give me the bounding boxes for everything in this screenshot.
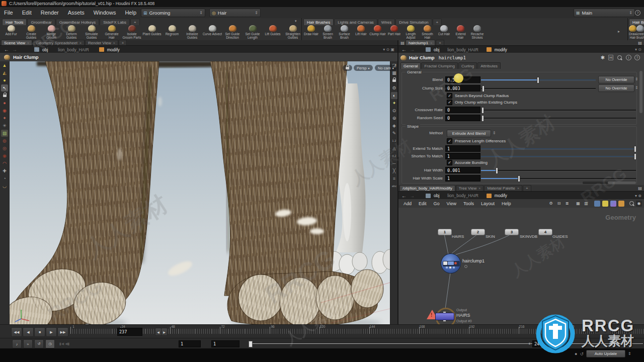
accurate-bundling-checkbox[interactable]: ✓ Accurate Bundling — [447, 160, 488, 165]
path-node[interactable]: modify — [107, 47, 120, 52]
desktop-dropdown[interactable]: ▦ Main ⇕ — [574, 9, 635, 17]
hair-width-scale-field[interactable]: 1 — [445, 175, 480, 182]
path-node[interactable]: modify — [495, 47, 507, 52]
settings-gear-icon[interactable]: ⚙ — [391, 84, 398, 92]
search-beyond-checkbox[interactable]: ✓ Search Beyond Clump Radius — [447, 93, 509, 99]
range-slider-handle[interactable] — [249, 341, 253, 347]
undo-playback-icon[interactable]: ↺ — [34, 339, 44, 348]
tool-regroom[interactable]: Regroom — [162, 25, 182, 40]
net-sticky-icon[interactable] — [602, 201, 608, 207]
nav-back-icon[interactable]: ← — [401, 193, 407, 199]
only-clump-checkbox[interactable]: ✓ Only Clump within Existing Clumps — [447, 100, 517, 105]
realtime-toggle-icon[interactable]: ◷ — [45, 339, 55, 348]
net-grid-icon[interactable]: ▦ — [575, 201, 581, 207]
output-node[interactable] — [435, 313, 454, 320]
radial-menu-dropdown[interactable]: ◎ Hair ⇕ — [209, 9, 261, 17]
param-tab-general[interactable]: General — [400, 62, 421, 69]
tool-surface-brush[interactable]: Surface Brush — [336, 25, 353, 40]
pathbar-pin-icon[interactable]: ▾ ⊙ — [635, 47, 641, 52]
tool-screen-brush[interactable]: Screen Brush — [319, 25, 336, 40]
param-tab-attributes[interactable]: Attributes — [477, 62, 501, 69]
pane-menu-icon[interactable]: ▤ — [637, 185, 643, 191]
menu-help[interactable]: Help — [125, 10, 136, 16]
history-brush-icon[interactable]: ◔ — [1, 175, 8, 182]
wire-toggle-icon[interactable]: ╳ — [391, 167, 398, 174]
menu-edit[interactable]: Edit — [22, 10, 32, 16]
tool-set-guide-direction[interactable]: Set Guide Direction — [222, 25, 243, 40]
param-hscrollbar[interactable] — [583, 182, 636, 184]
shelf-tab-hair-tools[interactable]: Hair Tools — [2, 19, 27, 25]
lock-tool-icon[interactable] — [1, 92, 8, 99]
tool-add-fur[interactable]: Add Fur — [1, 25, 21, 40]
input-anchor-1[interactable]: 1 — [438, 229, 452, 235]
param-vscrollbar[interactable] — [639, 71, 642, 113]
normals-icon[interactable]: ◬ — [391, 145, 398, 152]
nav-forward-icon[interactable]: → — [410, 47, 415, 52]
viewport-canvas[interactable] — [9, 61, 390, 324]
input-anchor-2[interactable]: 2 — [471, 229, 485, 235]
shelf-tab-add[interactable]: + — [130, 19, 140, 25]
shelf-tab-add-2[interactable]: + — [433, 19, 442, 25]
crossover-field[interactable]: 0 — [445, 107, 480, 113]
grid-toggle-icon[interactable]: ─ — [391, 160, 398, 167]
path-obj[interactable]: obj — [42, 47, 48, 52]
range-start-field[interactable]: 1 — [179, 340, 201, 347]
tool-lift-guides[interactable]: Lift Guides — [263, 25, 283, 40]
select-tool-icon[interactable]: ↖ — [1, 84, 8, 92]
shelf-overflow-caret[interactable]: ▾ — [295, 19, 297, 23]
shelf-tab-groombear[interactable]: GroomBear — [27, 19, 55, 25]
tool-set-guide-length[interactable]: Set Guide Length — [243, 25, 263, 40]
scrub-toggle-icon[interactable]: ≈ — [23, 339, 33, 348]
help-icon[interactable]: ? — [634, 55, 640, 60]
crossover-slider[interactable] — [481, 110, 636, 111]
camera-pill[interactable]: No cam▾ — [375, 65, 397, 71]
projection-pill[interactable]: Persp▾ — [354, 65, 373, 71]
lift-brush-icon[interactable]: ◠ — [1, 160, 8, 167]
hairclump1-node[interactable] — [441, 253, 461, 274]
blend-override-dropdown[interactable]: No Override — [598, 76, 634, 83]
tool-simulate-guides[interactable]: Simulate Guides — [82, 25, 102, 40]
gear-icon[interactable]: ✱ — [601, 55, 605, 60]
brush-tool-3-icon[interactable]: ✦ — [1, 115, 8, 122]
tool-plant-guides[interactable]: Plant Guides — [142, 25, 162, 40]
next-keyframe-button[interactable]: ▶ — [161, 328, 168, 336]
net-thumb-icon[interactable]: ▥ — [583, 201, 589, 207]
hda-badge-icon[interactable]: H — [608, 55, 613, 60]
list-toggle-icon[interactable]: ≡ — [391, 175, 398, 182]
shelf-tab-groombear-hotkeys[interactable]: GroomBear Hotkeys — [56, 19, 99, 25]
tool-clump-hair[interactable]: Clump Hair — [369, 25, 386, 40]
net-menu-view[interactable]: View — [447, 201, 456, 206]
spinner-icon[interactable]: ⇕ — [493, 131, 496, 135]
net-color-blue-icon[interactable] — [594, 201, 600, 207]
goto-end-button[interactable]: ▶▶ — [57, 327, 68, 337]
nav-back-icon[interactable]: ← — [401, 47, 407, 52]
nav-forward-icon[interactable]: → — [12, 47, 17, 52]
net-tree-icon[interactable]: ⊟ — [556, 201, 562, 207]
point-numbers-icon[interactable]: 1.2 — [391, 137, 398, 144]
tool-merge-groom-objects[interactable]: Merge Groom Objects — [41, 25, 61, 40]
tool-curve-advect[interactable]: Curve Advect — [202, 25, 222, 40]
pathbar-options[interactable]: ▾ ⊙ ▣ — [383, 47, 394, 52]
current-frame-field[interactable]: 237 — [117, 328, 142, 336]
shelf-tab-hair-brushes[interactable]: Hair Brushes — [303, 19, 334, 25]
shorten-field[interactable]: 1 — [445, 153, 480, 159]
path-obj[interactable]: obj — [434, 47, 439, 52]
spinner-icon[interactable]: ⇕ — [635, 77, 638, 81]
input-anchor-3[interactable]: 3 — [505, 229, 519, 235]
tool-cut-hair[interactable]: Cut Hair — [436, 25, 452, 40]
tool-generate-hair[interactable]: Generate Hair — [102, 25, 122, 40]
tool-edge-draw-hair[interactable]: Draw Hair — [629, 25, 636, 40]
help-icon[interactable]: ? — [635, 10, 640, 16]
info-icon[interactable]: i — [626, 55, 631, 60]
shelf-tab-wires[interactable]: Wires — [378, 19, 395, 25]
nav-forward-icon[interactable]: → — [410, 193, 415, 199]
seed-field[interactable]: 0 — [445, 115, 480, 121]
play-button[interactable]: ▶ — [46, 327, 57, 337]
path-network[interactable]: lion_body_HAIR — [447, 193, 478, 198]
view-lock-icon[interactable] — [391, 77, 398, 84]
path-network[interactable]: lion_body_HAIR — [58, 47, 89, 52]
path-node[interactable]: modify — [495, 193, 507, 198]
network-canvas[interactable]: Geometry 1 HAIRS 2 SKIN 3 SKINVDB 4 GUID… — [398, 208, 644, 324]
blend-slider[interactable] — [481, 79, 596, 81]
pane-tab-material-palette[interactable]: Material Palette× — [484, 185, 522, 191]
